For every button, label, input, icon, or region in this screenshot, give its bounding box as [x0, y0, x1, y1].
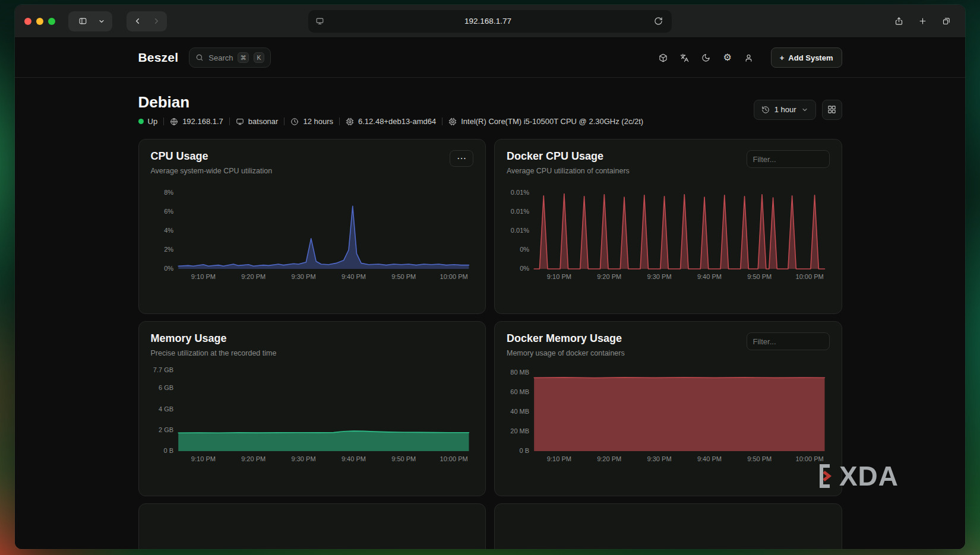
card-subtitle: Memory usage of docker containers — [507, 349, 625, 357]
layout-grid-icon — [827, 105, 836, 114]
browser-toolbar: 192.168.1.77 — [15, 5, 965, 38]
docker-memory-filter-input[interactable] — [747, 332, 830, 350]
beszel-page: Beszel Search ⌘ K — [15, 38, 965, 549]
sidebar-menu-button[interactable] — [96, 12, 108, 31]
chart-card-partial-right — [494, 503, 842, 549]
plus-sign: + — [780, 53, 785, 62]
nav-group — [127, 11, 167, 31]
chevron-down-icon — [801, 106, 808, 113]
svg-text:9:20 PM: 9:20 PM — [597, 455, 621, 462]
svg-text:6%: 6% — [164, 208, 173, 215]
svg-text:10:00 PM: 10:00 PM — [796, 455, 824, 462]
layout-toggle-button[interactable] — [822, 100, 842, 120]
containers-button[interactable] — [655, 49, 672, 66]
svg-text:4%: 4% — [164, 227, 173, 234]
card-subtitle: Average system-wide CPU utilization — [151, 167, 273, 175]
chart-card-partial-left — [138, 503, 486, 549]
brand-logo: Beszel — [138, 50, 179, 65]
search-icon — [195, 53, 204, 62]
reload-button[interactable] — [652, 15, 665, 28]
svg-text:4 GB: 4 GB — [159, 405, 173, 413]
svg-text:9:30 PM: 9:30 PM — [647, 273, 672, 280]
share-icon — [894, 17, 903, 26]
theme-toggle-button[interactable] — [697, 49, 715, 66]
docker-cpu-usage-chart[interactable]: 0%0%0.01%0.01%0.01%9:10 PM9:20 PM9:30 PM… — [507, 182, 830, 284]
svg-text:9:20 PM: 9:20 PM — [241, 273, 265, 280]
svg-text:9:50 PM: 9:50 PM — [747, 455, 772, 462]
chip-icon — [346, 118, 354, 126]
system-header: Debian Up 192.168.1.7 batsonar — [138, 78, 842, 139]
system-controls: 1 hour — [754, 100, 842, 120]
docker-memory-usage-chart[interactable]: 0 B20 MB40 MB60 MB80 MB9:10 PM9:20 PM9:3… — [507, 364, 830, 467]
svg-text:20 MB: 20 MB — [510, 427, 529, 435]
kbd-k: K — [254, 52, 264, 63]
status-badge: Up — [138, 117, 158, 126]
chevron-right-icon — [152, 17, 161, 26]
zoom-button[interactable] — [48, 18, 55, 25]
svg-text:60 MB: 60 MB — [510, 388, 529, 395]
tabs-icon — [942, 17, 951, 26]
divider — [163, 118, 164, 125]
clock-icon — [290, 118, 299, 126]
svg-text:2 GB: 2 GB — [159, 426, 173, 433]
svg-text:0.01%: 0.01% — [511, 208, 530, 215]
svg-text:10:00 PM: 10:00 PM — [440, 455, 467, 462]
add-system-label: Add System — [788, 53, 833, 62]
svg-text:40 MB: 40 MB — [510, 408, 529, 415]
svg-text:9:30 PM: 9:30 PM — [291, 455, 315, 462]
svg-text:0%: 0% — [164, 265, 173, 272]
gear-icon: ⚙ — [723, 53, 732, 62]
language-button[interactable] — [676, 49, 694, 66]
languages-icon — [680, 53, 689, 62]
search-input[interactable]: Search ⌘ K — [189, 47, 271, 68]
svg-text:6 GB: 6 GB — [159, 385, 173, 392]
svg-text:9:40 PM: 9:40 PM — [341, 273, 365, 280]
status-dot-icon — [138, 119, 144, 124]
globe-icon — [170, 118, 178, 126]
moon-icon — [701, 53, 710, 62]
cpu-usage-chart[interactable]: 0%2%4%6%8%9:10 PM9:20 PM9:30 PM9:40 PM9:… — [151, 182, 474, 284]
system-meta-row: Up 192.168.1.7 batsonar 12 — [138, 117, 644, 126]
minimize-button[interactable] — [36, 18, 43, 25]
system-hostname: batsonar — [236, 117, 279, 126]
close-button[interactable] — [24, 18, 31, 25]
header-actions: ⚙ + Add System — [655, 47, 842, 68]
svg-text:8%: 8% — [164, 189, 173, 196]
svg-text:9:40 PM: 9:40 PM — [697, 455, 722, 462]
add-system-button[interactable]: + Add System — [771, 47, 842, 68]
svg-text:2%: 2% — [164, 246, 173, 253]
time-range-select[interactable]: 1 hour — [754, 100, 816, 120]
divider — [284, 118, 284, 125]
docker-cpu-filter-input[interactable] — [747, 150, 830, 168]
svg-text:0 B: 0 B — [520, 448, 530, 455]
toolbar-right-group — [889, 12, 956, 31]
divider — [339, 118, 340, 125]
kernel-value: 6.12.48+deb13-amd64 — [358, 117, 436, 126]
card-subtitle: Average CPU utilization of containers — [507, 167, 630, 175]
user-icon — [744, 53, 753, 62]
chevron-down-icon — [98, 18, 105, 25]
memory-usage-chart[interactable]: 0 B2 GB4 GB6 GB7.7 GB9:10 PM9:20 PM9:30 … — [151, 364, 474, 467]
card-title: Memory Usage — [151, 332, 277, 345]
svg-text:10:00 PM: 10:00 PM — [440, 273, 467, 280]
kbd-command: ⌘ — [238, 52, 249, 63]
system-name: Debian — [138, 93, 644, 112]
package-icon — [659, 53, 668, 62]
chart-menu-button[interactable]: ⋯ — [450, 150, 473, 167]
sidebar-toggle-group — [68, 11, 112, 31]
share-button[interactable] — [889, 12, 908, 31]
forward-button[interactable] — [147, 12, 166, 31]
address-bar[interactable]: 192.168.1.77 — [308, 10, 672, 33]
svg-text:9:10 PM: 9:10 PM — [547, 455, 571, 462]
svg-text:0%: 0% — [520, 265, 529, 272]
new-tab-button[interactable] — [913, 12, 932, 31]
account-button[interactable] — [740, 49, 758, 66]
sidebar-toggle-button[interactable] — [73, 12, 92, 31]
site-icon — [315, 17, 324, 26]
svg-text:0%: 0% — [520, 246, 529, 253]
sidebar-icon — [78, 17, 87, 26]
settings-button[interactable]: ⚙ — [719, 49, 736, 66]
tab-overview-button[interactable] — [937, 12, 956, 31]
system-ip: 192.168.1.7 — [170, 117, 223, 126]
back-button[interactable] — [128, 12, 147, 31]
